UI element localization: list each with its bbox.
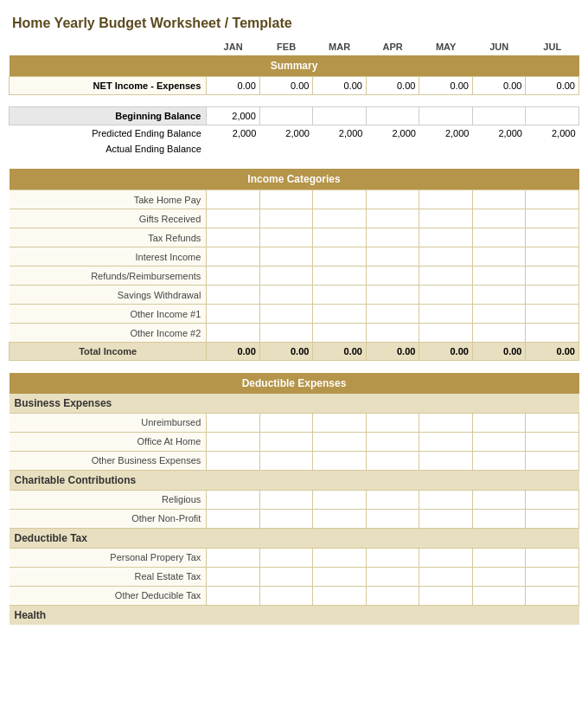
gifts-received-label: Gifts Received — [10, 209, 207, 228]
ae-mar[interactable] — [313, 141, 367, 157]
refunds-label: Refunds/Reimbursements — [10, 267, 207, 286]
total-income-label: Total Income — [10, 343, 207, 361]
total-income-row: Total Income 0.00 0.00 0.00 0.00 0.00 0.… — [10, 343, 579, 361]
bb-feb[interactable] — [259, 107, 313, 125]
income-row-tax-refunds: Tax Refunds — [10, 228, 579, 247]
ae-jul[interactable] — [526, 141, 579, 157]
deductible-tax-label: Deductible Tax — [10, 528, 579, 548]
deductible-label: Deductible Expenses — [10, 373, 579, 394]
ti-jun: 0.00 — [472, 343, 526, 361]
net-income-apr[interactable]: 0.00 — [366, 77, 419, 95]
ae-jan[interactable] — [207, 141, 260, 157]
page-title: Home Yearly Budget Worksheet / Template — [9, 9, 579, 38]
bb-jun[interactable] — [472, 107, 526, 125]
bb-jul[interactable] — [526, 107, 579, 125]
thp-jan[interactable] — [207, 190, 260, 209]
office-at-home-label: Office At Home — [10, 432, 207, 451]
health-label: Health — [10, 605, 579, 625]
net-income-may[interactable]: 0.00 — [419, 77, 473, 95]
real-estate-tax-row: Real Estate Tax — [10, 567, 579, 586]
actual-ending-row: Actual Ending Balance — [10, 141, 579, 157]
jan-header: JAN — [207, 38, 260, 55]
spacer3 — [10, 361, 579, 373]
interest-income-label: Interest Income — [10, 247, 207, 267]
beginning-balance-label: Beginning Balance — [10, 107, 207, 125]
worksheet: Home Yearly Budget Worksheet / Template … — [0, 0, 588, 713]
jul-header: JUL — [526, 38, 579, 55]
business-subsection-header: Business Expenses — [10, 394, 579, 414]
net-income-mar[interactable]: 0.00 — [313, 77, 367, 95]
other-non-profit-row: Other Non-Profit — [10, 509, 579, 528]
personal-property-tax-row: Personal Propery Tax — [10, 548, 579, 567]
jun-header: JUN — [472, 38, 526, 55]
tax-refunds-label: Tax Refunds — [10, 228, 207, 247]
ti-may: 0.00 — [419, 343, 473, 361]
predicted-ending-label: Predicted Ending Balance — [10, 125, 207, 142]
unreimbursed-row: Unreimbursed — [10, 413, 579, 432]
health-subsection-header: Health — [10, 605, 579, 625]
ti-apr: 0.00 — [366, 343, 419, 361]
unreimbursed-label: Unreimbursed — [10, 413, 207, 432]
net-income-jan[interactable]: 0.00 — [207, 77, 260, 95]
pe-may[interactable]: 2,000 — [419, 125, 473, 142]
business-label: Business Expenses — [10, 394, 579, 414]
income-section-header: Income Categories — [10, 169, 579, 190]
bb-mar[interactable] — [313, 107, 367, 125]
pe-feb[interactable]: 2,000 — [259, 125, 313, 142]
summary-label: Summary — [10, 55, 579, 77]
summary-section-header: Summary — [10, 55, 579, 77]
income-row-refunds: Refunds/Reimbursements — [10, 267, 579, 286]
ti-jul: 0.00 — [526, 343, 579, 361]
apr-header: APR — [366, 38, 419, 55]
pe-jul[interactable]: 2,000 — [526, 125, 579, 142]
other-deducible-tax-label: Other Deducible Tax — [10, 586, 207, 605]
other-non-profit-label: Other Non-Profit — [10, 509, 207, 528]
pe-mar[interactable]: 2,000 — [313, 125, 367, 142]
month-header-row: JAN FEB MAR APR MAY JUN JUL — [10, 38, 579, 55]
take-home-pay-label: Take Home Pay — [10, 190, 207, 209]
ti-feb: 0.00 — [259, 343, 313, 361]
ae-apr[interactable] — [366, 141, 419, 157]
beginning-balance-row: Beginning Balance 2,000 — [10, 107, 579, 125]
ae-may[interactable] — [419, 141, 473, 157]
deductible-tax-subsection-header: Deductible Tax — [10, 528, 579, 548]
deductible-section-header: Deductible Expenses — [10, 373, 579, 394]
other-income-2-label: Other Income #2 — [10, 324, 207, 343]
savings-withdrawal-label: Savings Withdrawal — [10, 286, 207, 305]
net-income-jun[interactable]: 0.00 — [472, 77, 526, 95]
religious-row: Religious — [10, 490, 579, 509]
income-row-other2: Other Income #2 — [10, 324, 579, 343]
real-estate-tax-label: Real Estate Tax — [10, 567, 207, 586]
income-label: Income Categories — [10, 169, 579, 190]
spacer2 — [10, 157, 579, 169]
net-income-row: NET Income - Expenses 0.00 0.00 0.00 0.0… — [10, 77, 579, 95]
pe-jan[interactable]: 2,000 — [207, 125, 260, 142]
spacer1 — [10, 95, 579, 107]
other-income-1-label: Other Income #1 — [10, 305, 207, 324]
net-income-label: NET Income - Expenses — [10, 77, 207, 95]
actual-ending-label: Actual Ending Balance — [10, 141, 207, 157]
net-income-feb[interactable]: 0.00 — [259, 77, 313, 95]
predicted-ending-row: Predicted Ending Balance 2,000 2,000 2,0… — [10, 125, 579, 142]
bb-apr[interactable] — [366, 107, 419, 125]
other-business-row: Other Business Expenses — [10, 451, 579, 470]
beginning-balance-value[interactable]: 2,000 — [207, 107, 260, 125]
ae-jun[interactable] — [472, 141, 526, 157]
mar-header: MAR — [313, 38, 367, 55]
other-deducible-tax-row: Other Deducible Tax — [10, 586, 579, 605]
income-row-other1: Other Income #1 — [10, 305, 579, 324]
bb-may[interactable] — [419, 107, 473, 125]
label-header — [10, 38, 207, 55]
ae-feb[interactable] — [259, 141, 313, 157]
ti-jan: 0.00 — [207, 343, 260, 361]
income-row-savings-withdrawal: Savings Withdrawal — [10, 286, 579, 305]
pe-jun[interactable]: 2,000 — [472, 125, 526, 142]
religious-label: Religious — [10, 490, 207, 509]
pe-apr[interactable]: 2,000 — [366, 125, 419, 142]
charitable-label: Charitable Contributions — [10, 470, 579, 490]
income-row-gifts-received: Gifts Received — [10, 209, 579, 228]
net-income-jul[interactable]: 0.00 — [526, 77, 579, 95]
income-row-take-home-pay: Take Home Pay — [10, 190, 579, 209]
ti-mar: 0.00 — [313, 343, 367, 361]
may-header: MAY — [419, 38, 473, 55]
